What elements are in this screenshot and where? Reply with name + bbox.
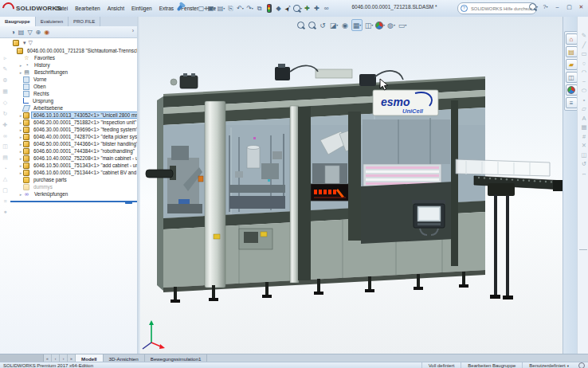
left-toolbar-icon[interactable]: ⚙ xyxy=(2,77,7,84)
custom-properties-icon[interactable]: ≡ xyxy=(566,97,578,108)
left-toolbar-icon[interactable]: ◇ xyxy=(3,100,7,106)
tree-item[interactable]: ▸◔History xyxy=(10,61,137,69)
circle-icon[interactable]: ○ xyxy=(582,61,586,67)
help-search-input[interactable] xyxy=(469,6,534,12)
line-icon[interactable]: ╱ xyxy=(582,42,586,49)
pattern-icon[interactable]: ▦ xyxy=(581,124,586,131)
parallelogram-icon[interactable]: ▱ xyxy=(582,106,586,112)
menu-extras[interactable]: Extras xyxy=(156,4,177,13)
left-toolbar-icon[interactable]: ● xyxy=(3,209,6,214)
copy-icon[interactable]: ⧉ xyxy=(255,3,264,14)
left-toolbar-icon[interactable]: ▹ xyxy=(4,55,7,61)
spline-icon[interactable]: ~ xyxy=(582,79,586,85)
menu-ansicht[interactable]: Ansicht xyxy=(104,4,127,13)
menu-einfügen[interactable]: Einfügen xyxy=(128,4,155,13)
rebuild-traffic-light-icon[interactable] xyxy=(265,3,273,14)
tree-item[interactable]: ▸6046.10.40.0002_752208<1> "main cabinet… xyxy=(10,155,137,162)
tree-item[interactable]: ▸6046.20.00.0001_751882<1> "inspection u… xyxy=(10,119,137,126)
tree-item[interactable]: Oben xyxy=(10,83,137,90)
menu-datei[interactable]: Datei xyxy=(53,4,71,13)
machine-3d-model[interactable]: esmo UniCell xyxy=(140,17,563,355)
tree-item[interactable]: dummys xyxy=(10,183,137,190)
new-document-icon[interactable]: ▢▾ xyxy=(198,3,206,14)
file-explorer-icon[interactable]: ▰ xyxy=(566,59,578,70)
tree-item[interactable]: Vorne xyxy=(10,76,137,83)
panel-tab-pro-file[interactable]: PRO.FILE xyxy=(69,17,100,26)
zoom-to-selection-icon[interactable]: ⊕ xyxy=(36,29,41,36)
left-toolbar-icon[interactable]: ▦ xyxy=(2,88,8,95)
graphics-area[interactable]: ↺◪▾◉▦▾◫▾▾◍▾▭▾ xyxy=(140,17,563,355)
solidworks-resources-icon[interactable]: ⌂ xyxy=(566,33,578,45)
pan-icon[interactable]: ✚ xyxy=(303,3,312,14)
tree-item[interactable]: Arbeitsebene xyxy=(10,104,137,112)
tree-item[interactable]: Ursprung xyxy=(10,97,137,104)
tree-item[interactable]: ▸6046.40.00.0001_742870<1> "delta picker… xyxy=(10,133,137,140)
tree-item[interactable]: ▸6046.50.00.0001_744366<1> "blister hand… xyxy=(10,140,137,147)
minimize-button[interactable]: – xyxy=(552,2,563,12)
document-pane-icon[interactable]: ▤ xyxy=(18,29,25,36)
status-units-dropdown[interactable]: Benutzerdefiniert▾ xyxy=(522,362,575,368)
print-icon[interactable]: ⎘ xyxy=(226,3,235,14)
tree-item[interactable]: ▸▤Beschriftungen xyxy=(10,69,137,76)
point-icon[interactable]: • xyxy=(583,97,586,104)
text-icon[interactable]: A xyxy=(582,115,586,122)
menu-bearbeiten[interactable]: Bearbeiten xyxy=(72,4,103,13)
help-search-box[interactable]: ? xyxy=(457,2,537,14)
sketch-icon[interactable]: ✎ xyxy=(582,33,586,39)
panel-tab-evaluieren[interactable]: Evaluieren xyxy=(36,17,69,26)
design-library-icon[interactable]: ▤ xyxy=(566,46,578,57)
close-button[interactable]: ✕ xyxy=(576,2,586,12)
zoom-icon[interactable]: ▾ xyxy=(293,3,302,14)
open-icon[interactable]: ▣▾ xyxy=(207,3,216,14)
undo-icon[interactable]: ↶▾ xyxy=(236,3,245,14)
overflow-chevron-icon[interactable]: › xyxy=(132,28,134,33)
dropdown-icon[interactable]: ▾ xyxy=(23,40,26,46)
dimension-icon[interactable]: ↔ xyxy=(581,170,587,177)
left-toolbar-icon[interactable]: ▤ xyxy=(2,155,8,161)
tree-item[interactable]: purchase parts xyxy=(10,176,137,183)
save-icon[interactable]: ▤▾ xyxy=(217,3,225,14)
filter-icon[interactable]: ▽ xyxy=(27,29,32,36)
left-toolbar-icon[interactable]: ↻ xyxy=(3,111,8,117)
view-palette-icon[interactable]: ◫ xyxy=(566,72,578,83)
restore-button[interactable]: ▢ xyxy=(564,2,574,12)
arc-icon[interactable]: ◠ xyxy=(582,69,587,76)
left-toolbar-icon[interactable]: ✎ xyxy=(3,66,8,72)
left-toolbar-icon[interactable]: ▢ xyxy=(2,187,8,194)
left-toolbar-icon[interactable]: ≡ xyxy=(3,198,6,204)
tree-item[interactable]: ▸6046.60.00.0001_744384<1> "robothandlin… xyxy=(10,147,137,155)
help-button[interactable]: ?▾ xyxy=(540,2,551,12)
left-toolbar-icon[interactable]: ∞ xyxy=(3,133,7,139)
help-circle-icon: ? xyxy=(461,5,468,12)
display-pane-icon[interactable]: ◑ xyxy=(11,29,15,36)
plane-icon xyxy=(23,84,29,90)
tree-item[interactable]: ▸∞Verknüpfungen xyxy=(10,190,137,198)
insert-component-icon[interactable]: ✚ xyxy=(312,3,321,14)
tree-item[interactable]: 6046.00.00.0001_721218 "Sichtautomat-Tre… xyxy=(10,47,137,54)
tree-item[interactable]: Rechts xyxy=(10,90,137,97)
appearance-colors-icon[interactable]: ◉ xyxy=(44,29,49,36)
trim-icon[interactable]: ✕ xyxy=(582,143,586,149)
quick-tips-icon[interactable] xyxy=(578,362,585,368)
redo-icon[interactable]: ↷▾ xyxy=(245,3,254,14)
left-toolbar-icon[interactable]: ◔ xyxy=(3,166,6,171)
tree-item[interactable]: ▸6046.10.60.0001_751344<1> "cabinet BV a… xyxy=(10,169,137,176)
search-button[interactable]: ▾ xyxy=(528,2,539,12)
rotate-entities-icon[interactable]: ↺ xyxy=(582,161,586,167)
tree-item[interactable]: ☆Favorites xyxy=(10,54,137,61)
mate-tool-icon[interactable]: ∞ xyxy=(322,3,331,14)
left-toolbar-icon[interactable]: ◫ xyxy=(2,143,8,150)
rollback-bar[interactable] xyxy=(10,201,137,202)
hatch-icon[interactable]: # xyxy=(582,134,586,140)
mirror-icon[interactable]: ◫ xyxy=(581,152,586,159)
left-toolbar-icon[interactable]: ✚ xyxy=(3,122,8,128)
appearances-icon[interactable] xyxy=(566,84,578,96)
rectangle-icon[interactable]: ▭ xyxy=(581,51,586,57)
panel-tab-baugruppe[interactable]: Baugruppe xyxy=(0,17,36,26)
tree-item[interactable]: ▸6046.10.10.0013_743052<1> "Unicell 2800… xyxy=(10,112,137,119)
tree-item[interactable]: ▸6046.30.00.0001_759696<1> "feeding syst… xyxy=(10,126,137,133)
ellipse-icon[interactable]: ⬭ xyxy=(582,88,586,94)
tree-item[interactable]: ▸6046.10.50.0001_751343<1> "add cabinet … xyxy=(10,162,137,169)
left-toolbar-icon[interactable]: △ xyxy=(3,176,7,182)
filter-funnel-icon[interactable]: ▽ xyxy=(29,40,33,46)
